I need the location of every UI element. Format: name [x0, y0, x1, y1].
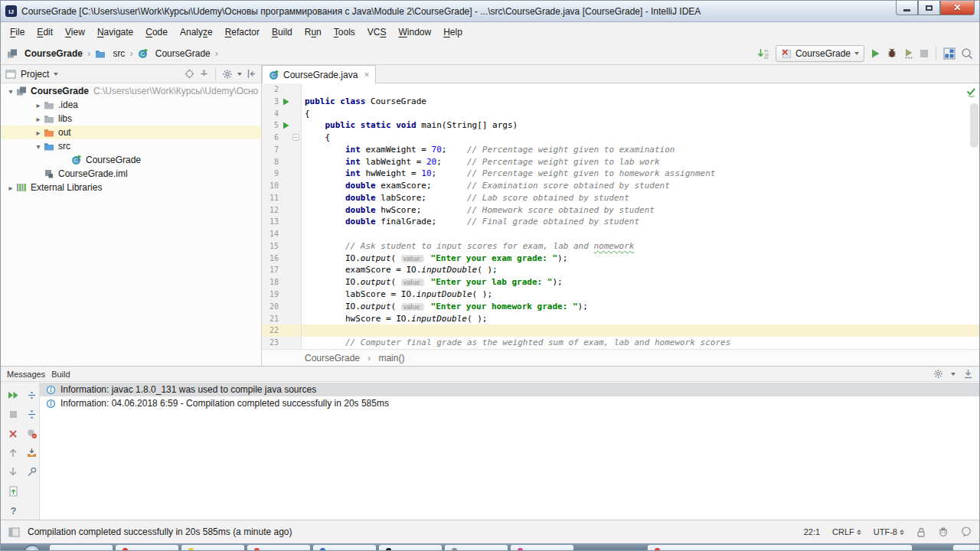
code-text[interactable]: examScore = IO.inputDouble( ); — [302, 264, 498, 276]
code-line-14[interactable]: 14 — [262, 228, 979, 240]
code-line-5[interactable]: 5 public static void main(String[] args) — [262, 119, 979, 132]
collapse-all-icon[interactable] — [24, 405, 39, 424]
close-panel-icon[interactable] — [5, 424, 21, 443]
taskbar-button-1[interactable] — [50, 545, 113, 551]
build-message-1[interactable]: Information: javac 1.8.0_131 was used to… — [40, 383, 979, 396]
collapse-all-icon[interactable] — [199, 69, 209, 79]
run-button[interactable] — [870, 48, 880, 59]
menu-navigate[interactable]: Navigate — [91, 24, 139, 41]
code-line-3[interactable]: 3public class CourseGrade — [262, 96, 979, 108]
menu-view[interactable]: View — [59, 24, 91, 41]
chevron-expanded-icon[interactable]: ▾ — [33, 142, 44, 151]
menu-vcs[interactable]: VCS — [361, 24, 393, 41]
code-line-21[interactable]: 21 hwScore = IO.inputDouble( ); — [262, 313, 979, 325]
code-text[interactable]: public class CourseGrade — [302, 96, 426, 108]
stop-build-icon[interactable] — [5, 405, 21, 424]
code-line-11[interactable]: 11 double labScore; // Lab score obtaine… — [262, 192, 979, 204]
editor-scrollbar[interactable] — [970, 103, 978, 148]
menu-file[interactable]: File — [4, 24, 31, 41]
code-line-17[interactable]: 17 examScore = IO.inputDouble( ); — [262, 264, 979, 276]
tree-item-libs[interactable]: ▸libs — [1, 112, 261, 126]
close-button[interactable]: ✕ — [940, 1, 975, 15]
code-text[interactable]: { — [302, 108, 310, 120]
menu-refactor[interactable]: Refactor — [219, 24, 266, 41]
tree-item-external-libraries[interactable]: ▸External Libraries — [1, 181, 261, 194]
chevron-expanded-icon[interactable]: ▾ — [5, 87, 16, 96]
code-text[interactable]: hwScore = IO.inputDouble( ); — [302, 313, 487, 325]
chevron-down-icon[interactable] — [237, 73, 242, 76]
toolwindow-toggle-icon[interactable] — [8, 527, 20, 537]
code-line-9[interactable]: 9 int hwWeight = 10; // Percentage weigh… — [262, 168, 979, 180]
code-line-10[interactable]: 10 double examScore; // Examination scor… — [262, 180, 979, 192]
tree-item-out[interactable]: ▸out — [1, 126, 261, 139]
tree-item-src[interactable]: ▾src — [1, 139, 261, 153]
run-line-icon[interactable] — [280, 119, 291, 132]
breadcrumb-class[interactable]: CourseGrade — [305, 353, 360, 364]
menu-analyze[interactable]: Analyze — [174, 24, 219, 41]
code-text[interactable]: int labWeight = 20; // Percentage weight… — [302, 156, 660, 168]
menu-edit[interactable]: Edit — [31, 24, 59, 41]
tree-item-coursegrade[interactable]: ▾CourseGradeC:\Users\user\Work\Курсы\Ude… — [1, 84, 261, 98]
export-build-result-icon[interactable] — [5, 481, 21, 500]
chevron-down-icon[interactable] — [951, 373, 956, 376]
run-with-coverage-button[interactable] — [903, 48, 914, 59]
menu-code[interactable]: Code — [139, 24, 174, 41]
tab-close-icon[interactable]: × — [364, 70, 369, 80]
menu-run[interactable]: Run — [299, 24, 328, 41]
tree-item-idea[interactable]: ▸.idea — [1, 98, 261, 112]
code-text[interactable]: IO.output( value: "Enter your homework g… — [302, 301, 588, 313]
chevron-collapsed-icon[interactable]: ▸ — [5, 184, 16, 192]
taskbar-button-9[interactable] — [648, 545, 912, 551]
code-text[interactable] — [302, 83, 305, 96]
minimize-button[interactable] — [896, 1, 918, 15]
project-panel-title[interactable]: Project — [21, 69, 49, 80]
code-text[interactable]: int hwWeight = 10; // Percentage weight … — [302, 168, 715, 180]
taskbar-button-8[interactable] — [511, 545, 573, 551]
encoding-select[interactable]: UTF-8 — [874, 527, 904, 536]
code-line-8[interactable]: 8 int labWeight = 20; // Percentage weig… — [262, 156, 979, 168]
hide-panel-icon[interactable] — [247, 69, 256, 79]
hector-inspections-icon[interactable] — [938, 527, 949, 537]
locate-file-icon[interactable] — [185, 69, 194, 79]
code-line-15[interactable]: 15 // Ask student to input scores for ex… — [262, 240, 979, 253]
build-panel-title[interactable]: Messages — [7, 370, 45, 379]
code-text[interactable] — [302, 324, 305, 337]
tool-windows-icon[interactable] — [943, 47, 956, 60]
code-line-22[interactable]: 22 — [262, 324, 979, 337]
code-text[interactable]: double labScore; // Lab score obtained b… — [302, 192, 629, 204]
run-line-icon[interactable] — [280, 96, 291, 108]
code-text[interactable]: IO.output( value: "Enter your exam grade… — [302, 253, 567, 265]
inspection-ok-icon[interactable] — [965, 86, 976, 102]
taskbar-button-5[interactable] — [313, 545, 376, 551]
menu-build[interactable]: Build — [266, 24, 299, 41]
code-text[interactable]: labScore = IO.inputDouble( ); — [302, 289, 492, 301]
rerun-build-icon[interactable] — [5, 386, 21, 405]
line-ending-select[interactable]: CRLF — [832, 527, 861, 536]
help-icon[interactable]: ? — [5, 500, 21, 520]
code-line-16[interactable]: 16 IO.output( value: "Enter your exam gr… — [262, 253, 979, 265]
code-text[interactable]: { — [302, 132, 330, 144]
code-line-23[interactable]: 23 // Computer final grade as the weight… — [262, 337, 979, 349]
search-everywhere-icon[interactable] — [961, 47, 973, 60]
code-line-13[interactable]: 13 double finalGrade; // Final grade obt… — [262, 216, 979, 228]
code-line-2[interactable]: 2 — [262, 83, 979, 96]
tree-item-coursegrade[interactable]: CCourseGrade — [1, 153, 261, 167]
taskbar-button-10[interactable] — [953, 545, 979, 551]
tree-item-coursegrade-iml[interactable]: CourseGrade.iml — [1, 167, 261, 181]
code-line-19[interactable]: 19 labScore = IO.inputDouble( ); — [262, 289, 979, 301]
code-line-18[interactable]: 18 IO.output( value: "Enter your lab gra… — [262, 276, 979, 289]
code-line-12[interactable]: 12 double hwScore; // Homework score obt… — [262, 204, 979, 217]
chevron-down-icon[interactable] — [54, 73, 58, 76]
hide-panel-icon[interactable] — [963, 369, 973, 379]
menu-tools[interactable]: Tools — [328, 24, 361, 41]
breadcrumb-item-coursegrade[interactable]: CCourseGrade — [138, 48, 211, 59]
export-to-file-icon[interactable] — [24, 443, 39, 462]
taskbar-button-2[interactable] — [116, 545, 178, 551]
previous-message-icon[interactable] — [5, 443, 21, 462]
sort-by-changes-icon[interactable]: 011001 — [757, 47, 770, 60]
taskbar-button-4[interactable] — [247, 545, 310, 551]
filter-settings-icon[interactable] — [24, 462, 39, 481]
menu-window[interactable]: Window — [392, 24, 437, 41]
code-text[interactable]: int examWeight = 70; // Percentage weigh… — [302, 144, 675, 156]
build-message-2[interactable]: Information: 04.06.2018 6:59 - Compilati… — [40, 396, 979, 410]
